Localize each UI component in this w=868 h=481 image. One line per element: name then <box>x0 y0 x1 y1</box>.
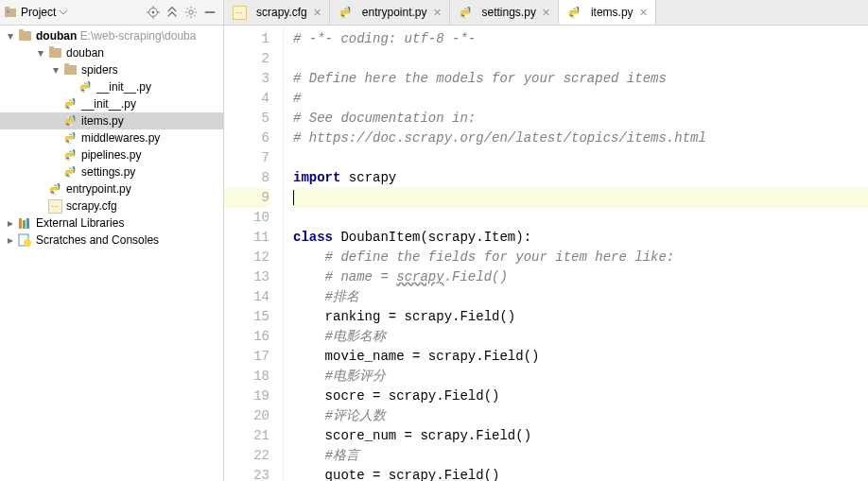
close-icon[interactable]: ✕ <box>313 7 321 19</box>
tree-root[interactable]: ▾ douban E:\web-scraping\douba <box>0 27 223 44</box>
svg-point-29 <box>462 8 464 9</box>
tree-item-label: settings.py <box>81 165 135 179</box>
tab-label: scrapy.cfg <box>256 6 307 19</box>
tab-label: items.py <box>591 6 634 19</box>
code-line[interactable]: # See documentation in: <box>293 109 868 129</box>
tree-item-label: entrypoint.py <box>66 182 131 196</box>
svg-point-20 <box>71 159 73 161</box>
svg-point-22 <box>71 176 73 178</box>
project-panel-label: Project <box>21 6 56 19</box>
collapse-icon[interactable] <box>163 3 182 22</box>
svg-point-28 <box>346 16 348 18</box>
code-line[interactable]: movie_name = scrapy.Field() <box>293 347 868 367</box>
editor-tab[interactable]: ⋯scrapy.cfg✕ <box>224 0 330 25</box>
svg-point-30 <box>465 16 467 18</box>
python-file-icon <box>566 5 582 20</box>
close-icon[interactable]: ✕ <box>639 7 648 19</box>
tree-item-label: middlewares.py <box>81 131 160 145</box>
tree-scratches[interactable]: ▸ Scratches and Consoles <box>0 232 223 249</box>
svg-point-32 <box>575 16 577 18</box>
python-file-icon <box>47 181 62 197</box>
svg-point-13 <box>67 99 69 101</box>
code-line[interactable]: # <box>293 89 868 109</box>
code-line[interactable]: #评论人数 <box>293 406 868 426</box>
python-file-icon <box>62 164 78 180</box>
python-file-icon <box>458 5 473 20</box>
tree-item[interactable]: __init__.py <box>0 78 223 95</box>
tree-item-label: scrapy.cfg <box>66 199 117 213</box>
python-file-icon <box>62 130 78 146</box>
project-panel-title[interactable]: Project <box>4 6 67 19</box>
close-icon[interactable]: ✕ <box>433 7 442 19</box>
tree-external-libs[interactable]: ▸ External Libraries <box>0 215 223 232</box>
svg-point-18 <box>71 142 73 144</box>
close-icon[interactable]: ✕ <box>542 7 550 19</box>
tab-label: entrypoint.py <box>362 6 427 19</box>
code-line[interactable]: # -*- coding: utf-8 -*- <box>293 29 868 49</box>
project-panel-header: Project <box>0 0 223 26</box>
gutter: 1234567891011121314151617181920212223 <box>224 26 284 481</box>
chevron-down-icon: ▾ <box>49 63 62 77</box>
code-line[interactable]: #电影评分 <box>293 367 868 387</box>
svg-point-16 <box>71 125 73 127</box>
python-file-icon <box>62 96 78 112</box>
chevron-right-icon: ▸ <box>4 233 17 247</box>
code-line[interactable]: #排名 <box>293 287 868 307</box>
editor-tab[interactable]: settings.py✕ <box>450 0 559 25</box>
svg-point-14 <box>71 108 73 110</box>
chevron-down-icon <box>60 9 67 16</box>
tree-item[interactable]: entrypoint.py <box>0 180 223 198</box>
code-line[interactable] <box>293 188 868 208</box>
config-file-icon: ⋯ <box>232 5 247 20</box>
svg-point-23 <box>52 184 54 186</box>
svg-point-26 <box>24 239 31 247</box>
code-line[interactable] <box>293 208 868 228</box>
gear-icon[interactable] <box>182 3 200 22</box>
code-line[interactable] <box>293 148 868 168</box>
code-line[interactable]: #电影名称 <box>293 327 868 347</box>
library-icon <box>17 215 32 231</box>
editor-tab[interactable]: entrypoint.py✕ <box>330 0 450 25</box>
tree-item[interactable]: ⋯scrapy.cfg <box>0 198 223 215</box>
code-line[interactable]: # define the fields for your item here l… <box>293 248 868 267</box>
tree-item-label: douban <box>36 29 77 43</box>
tree-item[interactable]: middlewares.py <box>0 129 223 146</box>
editor-tab[interactable]: items.py✕ <box>559 0 656 25</box>
tree-item[interactable]: ▾spiders <box>0 61 223 78</box>
tree-item-label: pipelines.py <box>81 148 141 162</box>
svg-point-17 <box>67 133 69 135</box>
svg-point-12 <box>86 91 88 93</box>
tree-item-path: E:\web-scraping\douba <box>80 29 197 43</box>
tree-item[interactable]: settings.py <box>0 163 223 180</box>
svg-rect-0 <box>5 9 16 17</box>
tree-item-label: spiders <box>81 63 118 77</box>
code-line[interactable]: # https://doc.scrapy.org/en/latest/topic… <box>293 129 868 148</box>
python-file-icon <box>62 113 78 129</box>
locate-icon[interactable] <box>144 3 163 22</box>
code-line[interactable]: ranking = scrapy.Field() <box>293 307 868 327</box>
code-line[interactable]: import scrapy <box>293 168 868 188</box>
code-line[interactable]: quote = scrapy.Field() <box>293 466 868 481</box>
code-editor[interactable]: 1234567891011121314151617181920212223 # … <box>224 26 868 481</box>
project-panel: Project ▾ douban E:\web-scraping\douba ▾… <box>0 0 224 481</box>
code-line[interactable]: # Define here the models for your scrape… <box>293 69 868 89</box>
svg-point-11 <box>82 82 84 84</box>
tree-item[interactable]: __init__.py <box>0 95 223 112</box>
code-line[interactable]: class DoubanItem(scrapy.Item): <box>293 228 868 248</box>
chevron-down-icon: ▾ <box>34 46 47 60</box>
code-line[interactable]: #格言 <box>293 446 868 466</box>
code-line[interactable]: score_num = scrapy.Field() <box>293 426 868 446</box>
tree-item-label: Scratches and Consoles <box>36 233 159 247</box>
tree-item[interactable]: ▾douban <box>0 44 223 61</box>
svg-point-27 <box>342 8 344 9</box>
project-tree[interactable]: ▾ douban E:\web-scraping\douba ▾douban▾s… <box>0 26 223 481</box>
tree-item[interactable]: pipelines.py <box>0 146 223 163</box>
hide-icon[interactable] <box>200 3 219 22</box>
tree-item[interactable]: items.py <box>0 112 223 129</box>
editor-tabs: ⋯scrapy.cfg✕entrypoint.py✕settings.py✕it… <box>224 0 868 26</box>
code-line[interactable]: socre = scrapy.Field() <box>293 387 868 406</box>
code-line[interactable]: # name = scrapy.Field() <box>293 267 868 287</box>
code-content[interactable]: # -*- coding: utf-8 -*- # Define here th… <box>284 26 868 481</box>
code-line[interactable] <box>293 49 868 69</box>
svg-point-9 <box>189 10 193 14</box>
